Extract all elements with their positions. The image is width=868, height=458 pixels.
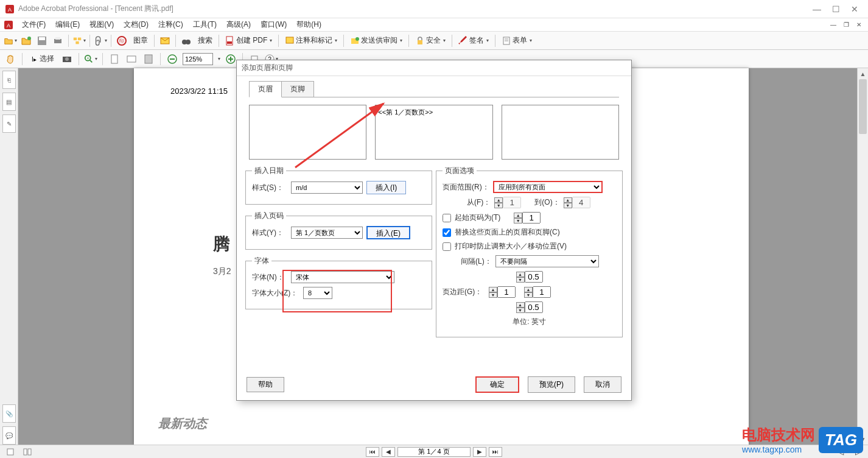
first-page-button[interactable]: ⏮ (366, 447, 379, 457)
menu-edit[interactable]: 编辑(E) (52, 18, 83, 31)
snapshot-icon[interactable] (60, 52, 74, 66)
prevent-label: 打印时防止调整大小／移动位置(V) (455, 241, 567, 252)
replace-checkbox[interactable] (443, 228, 451, 237)
margin-top-spinner[interactable]: ▲▼ (516, 271, 543, 283)
menu-help[interactable]: 帮助(H) (293, 18, 325, 31)
tab-footer[interactable]: 页脚 (281, 81, 314, 97)
folder-plus-icon[interactable] (19, 34, 33, 48)
cancel-button[interactable]: 取消 (584, 376, 621, 393)
zoom-dropdown[interactable]: ▾ (218, 56, 220, 62)
stamp-button[interactable]: 图章 (131, 34, 150, 47)
minimize-button[interactable]: ― (813, 4, 821, 14)
date-style-select[interactable]: m/d (291, 181, 363, 194)
page-style-select[interactable]: 第 1／页数页 (291, 227, 363, 239)
hand-tool-icon[interactable] (4, 52, 17, 66)
security-button[interactable]: 安全▾ (413, 34, 448, 47)
create-pdf-button[interactable]: 创建 PDF▾ (223, 34, 275, 47)
page-options-legend: 页面选项 (443, 166, 477, 176)
header-center-input[interactable]: <<第 1／页数页>> (375, 105, 492, 160)
spacing-select[interactable]: 不要间隔 (495, 255, 599, 267)
font-size-select[interactable]: 8 (303, 287, 332, 299)
style-y-label: 样式(Y)： (252, 228, 287, 238)
scroll-thumb[interactable] (859, 79, 867, 134)
send-icon (350, 36, 360, 46)
select-tool-button[interactable]: I▸选择 (27, 52, 57, 65)
page-number-field[interactable] (397, 447, 471, 457)
attachments-tab[interactable]: 📎 (2, 404, 16, 423)
vertical-scrollbar[interactable]: ▲ ▼ (857, 68, 868, 445)
margin-bottom-spinner[interactable]: ▲▼ (516, 301, 543, 313)
svg-line-30 (90, 60, 93, 62)
menu-window[interactable]: 窗口(W) (257, 18, 290, 31)
zoom-tool-icon[interactable]: +▾ (84, 52, 97, 66)
svg-rect-8 (55, 37, 60, 40)
mdi-controls: ― ❐ ✕ (827, 21, 864, 28)
mail-icon[interactable] (158, 34, 172, 48)
zoom-out-icon[interactable] (166, 52, 179, 66)
actual-size-icon[interactable] (142, 52, 155, 66)
last-page-button[interactable]: ⏭ (489, 447, 502, 457)
margin-right-spinner[interactable]: ▲▼ (524, 286, 551, 298)
page-layout-icon[interactable] (4, 445, 17, 459)
mdi-restore[interactable]: ❐ (841, 21, 852, 28)
note-icon (285, 36, 295, 46)
forms-button[interactable]: 表单▾ (499, 34, 534, 47)
annotate-button[interactable]: 注释和标记▾ (282, 34, 340, 47)
stamp-icon[interactable]: 印 (115, 34, 128, 48)
preview-button[interactable]: 预览(P) (528, 376, 575, 393)
mdi-close[interactable]: ✕ (853, 21, 864, 28)
fit-page-icon[interactable] (108, 52, 121, 66)
from-spinner[interactable]: ▲▼ (494, 197, 521, 208)
signatures-tab[interactable]: ✎ (2, 114, 16, 133)
mdi-minimize[interactable]: ― (827, 21, 839, 28)
fit-width-icon[interactable] (125, 52, 138, 66)
menu-advanced[interactable]: 高级(A) (223, 18, 254, 31)
menu-view[interactable]: 视图(V) (86, 18, 117, 31)
watermark-title: 电脑技术网 (742, 425, 815, 445)
help-button[interactable]: 帮助 (247, 377, 284, 392)
save-icon[interactable] (35, 34, 49, 48)
zoom-input[interactable] (183, 53, 213, 65)
open-icon[interactable]: ▾ (4, 34, 17, 48)
tab-header[interactable]: 页眉 (249, 81, 282, 97)
send-review-button[interactable]: 发送供审阅▾ (348, 34, 405, 47)
zoom-in-icon[interactable] (224, 52, 237, 66)
style-s-label: 样式(S)： (252, 183, 287, 193)
ok-button[interactable]: 确定 (475, 376, 519, 393)
watermark-tag: TAG (819, 427, 863, 453)
status-bar: ⏮ ◀ ▶ ⏭ ◁ ▷ (0, 445, 868, 458)
margin-left-spinner[interactable]: ▲▼ (489, 286, 516, 298)
organize-icon[interactable]: ▾ (72, 34, 86, 48)
to-spinner[interactable]: ▲▼ (564, 197, 590, 208)
menu-comment[interactable]: 注释(C) (155, 18, 187, 31)
maximize-button[interactable]: ☐ (832, 4, 840, 14)
menu-tools[interactable]: 工具(T) (189, 18, 220, 31)
insert-page-button[interactable]: 插入(E) (366, 226, 410, 239)
attach-icon[interactable]: ▾ (94, 34, 107, 48)
search-button[interactable]: 搜索 (195, 34, 215, 47)
sign-button[interactable]: 签名▾ (456, 34, 491, 47)
scroll-up-icon[interactable]: ▲ (858, 68, 868, 79)
start-page-checkbox[interactable] (443, 214, 451, 222)
page-range-select[interactable]: 应用到所有页面 (493, 181, 603, 193)
prevent-resize-checkbox[interactable] (443, 242, 451, 251)
scroll-track[interactable] (858, 79, 868, 434)
binoculars-icon[interactable] (180, 34, 193, 48)
close-button[interactable]: ✕ (851, 4, 858, 14)
font-select[interactable]: 宋体 (291, 271, 394, 283)
menu-file[interactable]: 文件(F) (18, 18, 49, 31)
header-left-input[interactable] (249, 105, 366, 160)
bookmarks-tab[interactable]: ⎗ (2, 71, 16, 89)
header-right-input[interactable] (502, 105, 619, 160)
print-icon[interactable] (51, 34, 65, 48)
page-layout2-icon[interactable] (21, 445, 34, 459)
menu-document[interactable]: 文档(D) (120, 18, 152, 31)
prev-page-button[interactable]: ◀ (382, 447, 395, 457)
insert-date-button[interactable]: 插入(I) (366, 181, 406, 194)
navigation-panel: ⎗ ▤ ✎ 📎 💬 (0, 68, 18, 445)
start-page-spinner[interactable]: ▲▼ (514, 212, 541, 224)
next-page-button[interactable]: ▶ (473, 447, 486, 457)
comments-tab[interactable]: 💬 (2, 426, 16, 445)
title-bar: A Adobe Acrobat Professional - [Tencent … (0, 0, 868, 18)
pages-tab[interactable]: ▤ (2, 93, 16, 111)
